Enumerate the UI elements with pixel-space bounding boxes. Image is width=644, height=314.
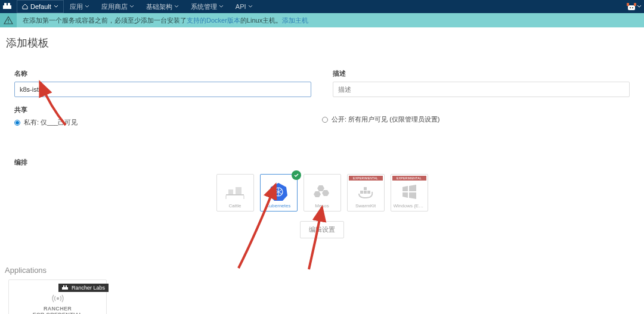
orchestration-card: 编排 Cattle Kubernetes — [4, 150, 640, 253]
svg-rect-10 — [226, 194, 244, 195]
svg-rect-2 — [8, 3, 10, 5]
svg-rect-24 — [364, 191, 367, 194]
home-icon — [22, 4, 28, 10]
orchestration-options: Cattle Kubernetes Mesos EXPERIMENTAL — [14, 174, 630, 212]
chevron-down-icon — [248, 4, 253, 9]
svg-rect-0 — [3, 5, 11, 9]
description-input[interactable] — [333, 82, 630, 97]
orch-label: Kubernetes — [267, 203, 291, 209]
docker-version-link[interactable]: 支持的Docker版本 — [187, 17, 240, 24]
nav-label: API — [236, 3, 246, 10]
share-private-label: 私有: 仅___己可见 — [24, 118, 78, 127]
svg-marker-20 — [317, 185, 324, 191]
banner-prefix: 在添加第一个服务或容器之前，必须至少添加一台安装了 — [23, 17, 187, 24]
nav-label: 应用商店 — [101, 2, 128, 11]
warning-icon — [0, 13, 17, 27]
windows-icon — [399, 182, 419, 202]
experimental-badge: EXPERIMENTAL — [392, 176, 426, 181]
nav-label: 基础架构 — [146, 2, 172, 11]
chevron-down-icon — [85, 4, 89, 9]
name-input[interactable] — [14, 82, 311, 97]
share-private-radio[interactable]: 私有: 仅___己可见 — [14, 118, 322, 127]
svg-rect-3 — [628, 5, 635, 10]
app-catalog-card[interactable]: Rancher Labs RANCHER ECR CREDENTIAL UPDA… — [8, 279, 107, 314]
radio-unselected-icon — [322, 117, 328, 123]
svg-point-34 — [57, 298, 58, 300]
user-menu[interactable] — [624, 0, 644, 13]
environment-selector[interactable]: Default — [17, 0, 64, 13]
svg-marker-29 — [402, 192, 408, 198]
applications-header: Applications — [5, 266, 642, 275]
orch-label: Windows (Ex... — [394, 203, 425, 209]
svg-rect-33 — [66, 285, 67, 287]
kubernetes-icon — [268, 182, 289, 202]
name-label: 名称 — [14, 69, 311, 78]
experimental-badge: EXPERIMENTAL — [349, 176, 383, 181]
check-icon — [292, 170, 301, 180]
svg-point-7 — [632, 7, 633, 8]
nav-label: 系统管理 — [191, 2, 217, 11]
orchestration-label: 编排 — [14, 158, 630, 167]
orch-label: Cattle — [229, 203, 242, 209]
orch-option-kubernetes[interactable]: Kubernetes — [260, 174, 298, 212]
orch-option-swarmkit[interactable]: EXPERIMENTAL SwarmKit — [347, 174, 385, 212]
svg-marker-28 — [409, 185, 416, 191]
svg-rect-31 — [62, 287, 68, 290]
ribbon-label: Rancher Labs — [72, 285, 105, 291]
svg-marker-22 — [314, 191, 321, 197]
cattle-icon — [225, 182, 245, 202]
orch-option-mesos[interactable]: Mesos — [304, 174, 341, 212]
chevron-down-icon — [637, 4, 642, 9]
svg-rect-5 — [634, 3, 636, 6]
chevron-down-icon — [54, 4, 58, 9]
svg-point-6 — [630, 7, 631, 8]
rancher-labs-ribbon: Rancher Labs — [58, 284, 109, 292]
orch-label: SwarmKit — [355, 203, 376, 209]
svg-rect-23 — [360, 191, 363, 194]
banner-text: 在添加第一个服务或容器之前，必须至少添加一台安装了支持的Docker版本的Lin… — [17, 16, 314, 25]
chevron-down-icon — [129, 4, 134, 9]
share-public-radio[interactable]: 公开: 所有用户可见 (仅限管理员设置) — [322, 115, 630, 124]
orch-option-cattle[interactable]: Cattle — [216, 174, 254, 212]
chevron-down-icon — [219, 4, 224, 9]
svg-rect-12 — [236, 187, 242, 194]
warning-banner: 在添加第一个服务或容器之前，必须至少添加一台安装了支持的Docker版本的Lin… — [0, 13, 644, 27]
svg-rect-1 — [4, 3, 7, 5]
template-form-card: 名称 描述 共享 私有: 仅___己可见 公开: 所有用户可见 (仅限管理员设置… — [4, 61, 640, 141]
page-content: 添加模板 名称 描述 共享 私有: 仅___己可见 — [0, 36, 644, 314]
top-navbar: Default 应用 应用商店 基础架构 系统管理 API — [0, 0, 644, 13]
mesos-icon — [312, 182, 332, 202]
svg-marker-30 — [409, 192, 416, 199]
cow-avatar-icon — [626, 2, 637, 11]
brand-logo[interactable] — [0, 0, 17, 13]
svg-rect-11 — [228, 189, 233, 194]
nav-apps[interactable]: 应用 — [64, 0, 95, 13]
radio-selected-icon — [14, 120, 20, 126]
nav-admin[interactable]: 系统管理 — [185, 0, 230, 13]
banner-mid: 的Linux主机。 — [240, 17, 282, 24]
nav-infrastructure[interactable]: 基础架构 — [140, 0, 185, 13]
svg-rect-26 — [364, 187, 367, 190]
add-host-link[interactable]: 添加主机 — [282, 17, 308, 24]
orch-option-windows[interactable]: EXPERIMENTAL Windows (Ex... — [391, 174, 428, 212]
share-label: 共享 — [14, 105, 322, 114]
svg-point-9 — [8, 22, 9, 23]
page-title: 添加模板 — [6, 36, 642, 50]
nav-api[interactable]: API — [230, 0, 259, 13]
nav-catalog[interactable]: 应用商店 — [95, 0, 140, 13]
ribbon-logo-icon — [62, 285, 69, 290]
orch-label: Mesos — [315, 203, 329, 209]
environment-label: Default — [30, 3, 51, 10]
svg-marker-27 — [402, 186, 408, 191]
share-public-label: 公开: 所有用户可见 (仅限管理员设置) — [332, 115, 440, 124]
signal-icon — [51, 293, 64, 304]
chevron-down-icon — [174, 4, 179, 9]
svg-rect-25 — [367, 191, 370, 194]
edit-settings-button[interactable]: 编辑设置 — [300, 221, 344, 238]
description-label: 描述 — [333, 69, 630, 78]
nav-label: 应用 — [70, 2, 83, 11]
nav-spacer — [259, 0, 624, 13]
svg-rect-32 — [63, 285, 64, 287]
swarmkit-icon — [355, 182, 376, 202]
svg-rect-4 — [627, 3, 629, 6]
